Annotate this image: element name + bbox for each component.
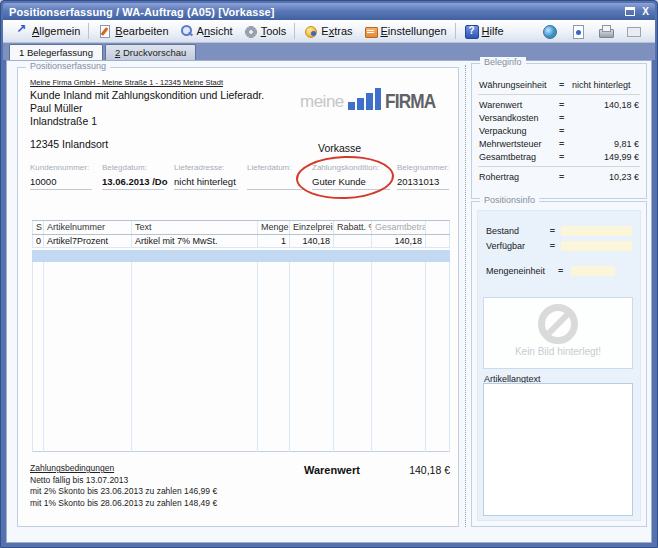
beleginfo-row-versandkosten: Versandkosten	[472, 111, 646, 124]
group-label: Positionsinfo	[480, 195, 539, 205]
menu-item-einstellungen[interactable]: Einstellungen	[358, 22, 452, 41]
panel-separator	[465, 65, 466, 527]
table-header-row: S Artikelnummer Text Menge Einzelpreis R…	[32, 220, 450, 235]
equals-icon	[559, 100, 572, 110]
menu-separator	[455, 23, 456, 39]
equals-icon	[558, 266, 571, 276]
article-image-placeholder: Kein Bild hinterlegt!	[483, 297, 633, 369]
window-title: Positionserfassung / WA-Auftrag (A05) [V…	[9, 6, 625, 18]
equals-icon	[559, 172, 572, 182]
goods-value-total: Warenwert 140,18 €	[304, 464, 450, 476]
mail-icon	[626, 24, 641, 38]
beleginfo-group: Beleginfo Währungseinheit nicht hinterle…	[471, 63, 647, 199]
printer-icon	[598, 24, 613, 38]
menu-label: Ansicht	[197, 25, 233, 37]
toolbar-print-button[interactable]	[593, 22, 621, 41]
arrow-northeast-icon	[14, 24, 29, 38]
beleginfo-row-verpackung: Verpackung	[472, 124, 646, 137]
equals-icon	[559, 152, 572, 162]
table-empty-grid	[32, 262, 450, 452]
title-bar: Positionserfassung / WA-Auftrag (A05) [V…	[3, 3, 655, 20]
restore-window-icon[interactable]	[625, 7, 635, 16]
menu-bar: Allgemein Bearbeiten Ansicht Tools Extra…	[3, 20, 655, 43]
red-annotation-ellipse	[295, 154, 394, 200]
menu-item-bearbeiten[interactable]: Bearbeiten	[92, 22, 173, 41]
longtext-area[interactable]	[483, 383, 633, 516]
group-label: Beleginfo	[480, 57, 526, 67]
menu-label: Allgemein	[32, 25, 80, 37]
selected-empty-row[interactable]	[32, 250, 450, 262]
no-image-text: Kein Bild hinterlegt!	[484, 346, 632, 357]
positionserfassung-group: Positionserfassung Meine Firma GmbH - Me…	[17, 67, 459, 527]
bestand-value-highlight	[561, 226, 632, 236]
edit-page-icon	[97, 24, 112, 38]
gear-icon	[243, 24, 258, 38]
positionsinfo-panel: Bestand Verfügbar Mengeneinheit Kein Bil…	[477, 210, 641, 521]
equals-icon	[550, 226, 562, 236]
table-row[interactable]: 0 Artikel7Prozent Artikel mit 7% MwSt. 1…	[32, 235, 450, 248]
magnifier-icon	[179, 24, 194, 38]
company-logo: meine FIRMA	[300, 88, 446, 110]
menu-separator	[294, 23, 295, 39]
field-belegnummer[interactable]: Belegnummer: 20131013	[397, 163, 449, 190]
tab-belegerfassung[interactable]: 1 Belegerfassung	[9, 44, 103, 60]
menu-label: Einstellungen	[381, 25, 447, 37]
toolbar-mail-button[interactable]	[621, 22, 649, 41]
toolbar-document-button[interactable]	[565, 22, 593, 41]
globe-icon	[542, 24, 557, 38]
menu-item-allgemein[interactable]: Allgemein	[9, 22, 85, 41]
divider	[478, 166, 640, 167]
mengeneinheit-value-highlight	[571, 266, 615, 276]
logo-bars-icon	[348, 88, 382, 110]
extras-ball-icon	[303, 24, 318, 38]
help-icon	[464, 24, 479, 38]
positionsinfo-row-verfuegbar: Verfügbar	[478, 238, 640, 253]
settings-folder-icon	[363, 24, 378, 38]
divider	[478, 94, 640, 95]
group-label: Positionserfassung	[26, 61, 110, 71]
close-window-icon[interactable]: X	[642, 7, 649, 17]
menu-label: Bearbeiten	[115, 25, 168, 37]
field-belegdatum[interactable]: Belegdatum: 13.06.2013 /Do	[102, 163, 164, 190]
verfuegbar-value-highlight	[561, 241, 632, 251]
positionsinfo-row-bestand: Bestand	[478, 223, 640, 238]
document-type: Vorkasse	[318, 142, 361, 154]
no-image-icon	[538, 304, 578, 344]
equals-icon	[559, 80, 572, 90]
beleginfo-row-waehrungseinheit: Währungseinheit nicht hinterlegt	[472, 78, 646, 91]
menu-item-extras[interactable]: Extras	[298, 22, 357, 41]
positionsinfo-row-mengeneinheit: Mengeneinheit	[478, 263, 640, 278]
equals-icon	[559, 126, 572, 136]
field-lieferadresse[interactable]: Lieferadresse: nicht hinterlegt	[174, 163, 238, 190]
menu-separator	[88, 23, 89, 39]
menu-label: Tools	[261, 25, 287, 37]
payment-terms: Zahlungsbedingungen Netto fällig bis 13.…	[30, 463, 217, 509]
tab-druckvorschau[interactable]: 2 Druckvorschau	[105, 44, 196, 60]
beleginfo-row-rohertrag: Rohertrag 10,23 €	[472, 170, 646, 183]
equals-icon	[559, 113, 572, 123]
toolbar-globe-button[interactable]	[537, 22, 565, 41]
app-window: Positionserfassung / WA-Auftrag (A05) [V…	[0, 0, 658, 548]
positions-table[interactable]: S Artikelnummer Text Menge Einzelpreis R…	[32, 220, 450, 452]
menu-item-tools[interactable]: Tools	[238, 22, 292, 41]
menu-label: Extras	[321, 25, 352, 37]
positionsinfo-group: Positionsinfo Bestand Verfügbar Mengenei…	[471, 201, 647, 527]
tab-strip: 1 Belegerfassung 2 Druckvorschau	[3, 43, 655, 60]
beleginfo-row-gesamtbetrag: Gesamtbetrag 149,99 €	[472, 150, 646, 163]
menu-item-ansicht[interactable]: Ansicht	[174, 22, 238, 41]
equals-icon	[559, 139, 572, 149]
customer-city: 12345 Inlandsort	[30, 138, 108, 150]
menu-label: Hilfe	[482, 25, 504, 37]
equals-icon	[550, 241, 562, 251]
menu-item-hilfe[interactable]: Hilfe	[459, 22, 509, 41]
beleginfo-row-warenwert: Warenwert 140,18 €	[472, 98, 646, 111]
sender-line: Meine Firma GmbH - Meine Straße 1 - 1234…	[30, 78, 223, 87]
document-icon	[570, 24, 585, 38]
field-kundennummer[interactable]: Kundennummer: 10000	[30, 163, 92, 190]
customer-address: Kunde Inland mit Zahlungskondition und L…	[30, 89, 264, 128]
beleginfo-row-mehrwertsteuer: Mehrwertsteuer 9,81 €	[472, 137, 646, 150]
